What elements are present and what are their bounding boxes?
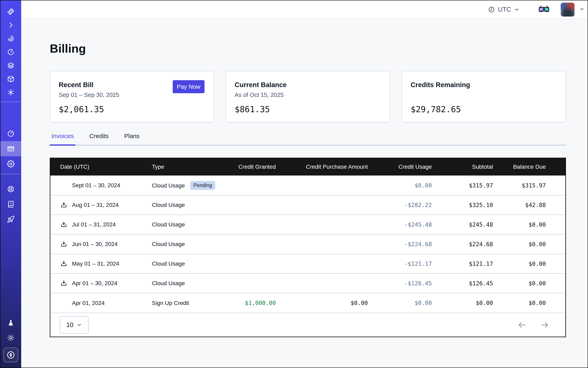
pricing-button[interactable]	[3, 348, 18, 362]
card-title: Credits Remaining	[411, 81, 557, 89]
invoice-type: Cloud Usage	[152, 280, 185, 286]
invoice-date: Apr 01 – 30, 2024	[72, 280, 118, 287]
sidebar-item-support[interactable]	[0, 182, 21, 197]
credit-usage-value: -$282.22	[368, 195, 432, 215]
sidebar-item-cube[interactable]	[0, 72, 21, 86]
3d-glasses-icon	[538, 6, 550, 14]
page-size-select[interactable]: 10	[60, 316, 89, 333]
credits-remaining-card: Credits Remaining $29,782.65	[402, 71, 566, 122]
sidebar-item-observe[interactable]	[0, 32, 21, 45]
table-row: Aug 01 – 31, 2024 Cloud Usage -$282.22 $…	[50, 195, 565, 215]
page-title: Billing	[50, 42, 566, 55]
col-type: Type	[152, 158, 227, 176]
table-footer: 10	[50, 313, 565, 337]
invoice-date: Jun 01 – 30, 2024	[72, 241, 118, 248]
balance-due-value: $0.00	[493, 234, 565, 254]
next-page-button[interactable]	[540, 320, 550, 330]
sidebar-item-asterisk[interactable]	[0, 86, 21, 99]
recent-bill-card: Recent Bill Sep 01 – Sep 30, 2025 $2,061…	[50, 71, 214, 122]
card-subtitle	[411, 92, 557, 99]
invoice-type: Cloud Usage	[152, 241, 185, 247]
credit-granted-value	[227, 176, 276, 195]
sidebar-item-theme[interactable]	[0, 331, 21, 345]
card-amount: $29,782.65	[411, 104, 557, 114]
docs-book-icon	[7, 200, 15, 208]
tab-plans[interactable]: Plans	[123, 131, 141, 145]
clock-icon	[488, 6, 495, 13]
avatar[interactable]	[561, 3, 575, 17]
download-invoice-button[interactable]	[60, 240, 72, 248]
asterisk-icon	[7, 89, 15, 96]
sidebar-item-labs[interactable]	[0, 316, 21, 331]
sidebar-item-collapse[interactable]	[0, 18, 21, 32]
flask-icon	[7, 319, 15, 327]
observe-spiral-icon	[7, 35, 15, 42]
table-row: Jul 01 – 31, 2024 Cloud Usage -$245.48 $…	[50, 215, 565, 234]
tab-invoices[interactable]: Invoices	[50, 131, 75, 146]
subtotal-value: $245.48	[432, 215, 493, 234]
sidebar-item-layers[interactable]	[0, 59, 21, 72]
download-invoice-button[interactable]	[60, 260, 72, 267]
download-invoice-button[interactable]	[60, 201, 72, 209]
invoice-date: Aug 01 – 31, 2024	[72, 202, 119, 208]
col-date: Date (UTC)	[50, 158, 152, 176]
account-menu-button[interactable]	[579, 6, 585, 13]
download-invoice-button[interactable]	[60, 280, 72, 287]
credit-usage-value: $0.00	[368, 293, 432, 313]
sidebar-item-rocket[interactable]	[0, 212, 21, 227]
invoice-date: Jul 01 – 31, 2024	[72, 221, 116, 228]
arrow-left-icon	[517, 320, 527, 330]
chevron-down-icon	[77, 322, 82, 328]
table-row: Apr 01 – 30, 2024 Cloud Usage -$126.45 $…	[50, 274, 565, 293]
card-amount: $2,061.35	[59, 104, 205, 114]
timezone-selector[interactable]: UTC	[488, 6, 519, 13]
pay-now-button[interactable]: Pay Now	[173, 80, 205, 93]
balance-due-value: $0.00	[493, 274, 565, 293]
sun-icon	[7, 334, 15, 342]
credit-granted-value	[227, 215, 276, 234]
download-icon	[60, 240, 67, 248]
credit-purchase-value	[276, 254, 368, 274]
sidebar	[0, 0, 21, 368]
logo-icon	[7, 8, 15, 16]
status-badge: Pending	[190, 181, 216, 190]
credit-granted-value	[227, 254, 276, 274]
invoice-date: Sept 01 – 30, 2024	[72, 182, 120, 189]
credit-usage-value: -$245.48	[368, 215, 432, 234]
sidebar-item-pricing[interactable]	[0, 345, 21, 362]
3d-glasses-button[interactable]	[538, 6, 550, 14]
billing-page: Billing Recent Bill Sep 01 – Sep 30, 202…	[21, 19, 588, 368]
col-credit-granted: Credit Granted	[227, 158, 276, 176]
sidebar-item-docs[interactable]	[0, 197, 21, 212]
col-credit-purchase-amount: Credit Purchase Amount	[276, 158, 368, 176]
chevron-down-icon	[579, 6, 585, 12]
timezone-label: UTC	[498, 6, 511, 13]
download-icon	[60, 221, 67, 228]
credit-granted-value: $1,000.00	[227, 293, 276, 313]
previous-page-button[interactable]	[517, 320, 527, 330]
billing-card-icon	[7, 145, 15, 153]
sidebar-item-billing[interactable]	[0, 141, 21, 156]
credit-usage-value: -$121.17	[368, 254, 432, 274]
download-icon	[60, 280, 67, 287]
sidebar-item-gauge[interactable]	[0, 126, 21, 141]
sidebar-item-settings[interactable]	[0, 156, 21, 171]
sidebar-item-logo[interactable]	[0, 5, 21, 18]
credit-granted-value	[227, 195, 276, 215]
invoices-table: Date (UTC) Type Credit Granted Credit Pu…	[50, 158, 566, 337]
card-title: Current Balance	[235, 81, 381, 89]
balance-due-value: $0.00	[493, 215, 565, 234]
sidebar-item-timer[interactable]	[0, 45, 21, 59]
invoice-type: Cloud Usage	[152, 221, 185, 228]
credit-purchase-value	[276, 195, 368, 215]
download-invoice-button[interactable]	[60, 221, 72, 228]
rocket-icon	[7, 215, 15, 223]
table-row: May 01 – 31, 2024 Cloud Usage -$121.17 $…	[50, 254, 565, 274]
page-size-value: 10	[66, 321, 73, 329]
credit-usage-value: $0.00	[368, 176, 432, 195]
layers-icon	[7, 62, 15, 69]
tab-credits[interactable]: Credits	[88, 131, 110, 145]
credit-purchase-value: $0.00	[276, 293, 368, 313]
balance-due-value: $42.88	[493, 195, 565, 215]
invoice-date: May 01 – 31, 2024	[72, 260, 119, 267]
